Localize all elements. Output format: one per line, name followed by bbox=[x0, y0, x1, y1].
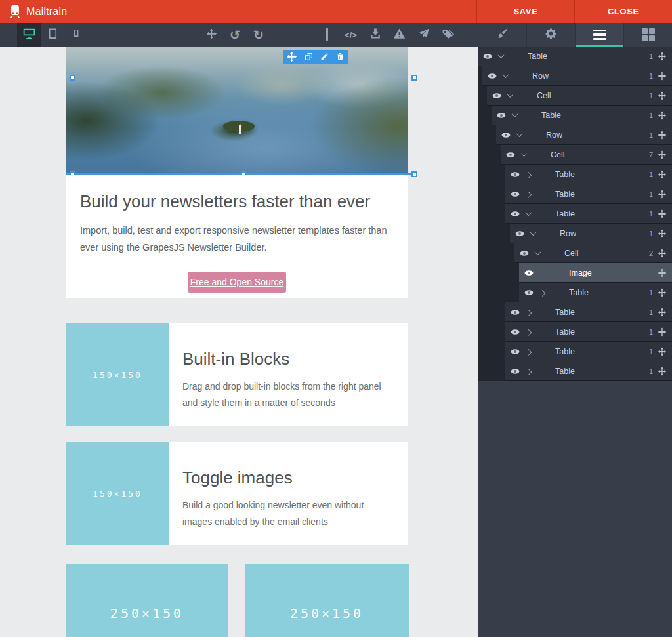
move-handle-icon[interactable] bbox=[658, 190, 667, 199]
delete-component-button[interactable] bbox=[336, 52, 345, 61]
layer-row-row[interactable]: Row1 bbox=[510, 224, 672, 243]
chevron-down-icon[interactable] bbox=[501, 73, 510, 78]
resize-handle-left[interactable] bbox=[70, 75, 75, 81]
toggle-borders-button[interactable] bbox=[314, 23, 339, 47]
eye-icon[interactable] bbox=[497, 111, 510, 120]
chevron-right-icon[interactable] bbox=[524, 310, 533, 314]
layer-row-table[interactable]: Table1 bbox=[505, 322, 672, 342]
layer-row-table[interactable]: Table1 bbox=[505, 165, 672, 184]
chevron-right-icon[interactable] bbox=[537, 290, 547, 295]
layer-row-image[interactable]: Image bbox=[519, 263, 672, 283]
eye-icon[interactable] bbox=[511, 347, 524, 356]
hero-heading[interactable]: Build your newsletters faster than ever bbox=[80, 192, 394, 212]
feature-text[interactable]: Build a good looking newsletter even wit… bbox=[182, 497, 395, 529]
layer-row-cell[interactable]: Cell2 bbox=[514, 243, 672, 263]
eye-icon[interactable] bbox=[520, 249, 533, 258]
redo-button[interactable]: ↻ bbox=[247, 23, 270, 47]
feature-heading[interactable]: Toggle images bbox=[182, 468, 395, 488]
layer-row-table[interactable]: Table1 bbox=[505, 342, 672, 361]
move-handle-icon[interactable] bbox=[658, 229, 667, 238]
open-style-button[interactable] bbox=[478, 23, 526, 47]
copy-component-button[interactable] bbox=[304, 52, 313, 61]
eye-icon[interactable] bbox=[483, 52, 496, 61]
move-handle-icon[interactable] bbox=[658, 249, 667, 258]
chevron-right-icon[interactable] bbox=[524, 349, 533, 354]
hero-image[interactable] bbox=[66, 47, 408, 175]
chevron-down-icon[interactable] bbox=[533, 251, 542, 255]
placeholder-image-250[interactable]: 250×150 bbox=[245, 564, 409, 637]
placeholder-image-150[interactable]: 150×150 bbox=[66, 442, 169, 545]
close-button[interactable]: CLOSE bbox=[574, 0, 672, 23]
feature-heading[interactable]: Built-in Blocks bbox=[182, 349, 395, 369]
chevron-down-icon[interactable] bbox=[510, 113, 519, 117]
eye-icon[interactable] bbox=[511, 367, 524, 376]
eye-icon[interactable] bbox=[511, 170, 524, 179]
warnings-button[interactable] bbox=[387, 23, 411, 47]
eye-icon[interactable] bbox=[492, 91, 505, 100]
move-handle-icon[interactable] bbox=[658, 111, 667, 120]
layer-row-table[interactable]: Table1 bbox=[519, 283, 672, 302]
layer-row-row[interactable]: Row1 bbox=[496, 125, 672, 145]
chevron-down-icon[interactable] bbox=[514, 133, 524, 137]
move-handle-icon[interactable] bbox=[658, 347, 667, 356]
import-template-button[interactable] bbox=[363, 23, 387, 47]
save-button[interactable]: SAVE bbox=[476, 0, 574, 23]
move-handle-icon[interactable] bbox=[658, 131, 667, 140]
hero-paragraph[interactable]: Import, build, test and export responsiv… bbox=[80, 222, 392, 256]
chevron-right-icon[interactable] bbox=[524, 192, 533, 196]
merge-tags-button[interactable] bbox=[436, 23, 460, 47]
move-handle-icon[interactable] bbox=[658, 268, 667, 277]
move-handle-icon[interactable] bbox=[658, 150, 667, 159]
feature-text[interactable]: Drag and drop built-in blocks from the r… bbox=[182, 379, 395, 411]
send-test-button[interactable] bbox=[411, 23, 436, 47]
move-handle-icon[interactable] bbox=[658, 308, 667, 317]
eye-icon[interactable] bbox=[511, 190, 524, 199]
view-code-button[interactable]: </> bbox=[339, 23, 363, 47]
placeholder-image-150[interactable]: 150×150 bbox=[66, 323, 169, 426]
edit-component-button[interactable] bbox=[320, 52, 329, 61]
move-handle-icon[interactable] bbox=[658, 327, 667, 337]
tablet-button[interactable] bbox=[41, 23, 64, 47]
move-handle-icon[interactable] bbox=[658, 170, 667, 179]
layer-row-cell[interactable]: Cell1 bbox=[487, 86, 672, 106]
chevron-down-icon[interactable] bbox=[528, 231, 537, 236]
eye-icon[interactable] bbox=[524, 288, 537, 297]
placeholder-image-250[interactable]: 250×150 bbox=[66, 564, 228, 637]
chevron-right-icon[interactable] bbox=[524, 172, 533, 176]
eye-icon[interactable] bbox=[511, 327, 524, 337]
open-blocks-button[interactable] bbox=[623, 23, 672, 47]
chevron-down-icon[interactable] bbox=[519, 152, 528, 157]
move-handle-icon[interactable] bbox=[658, 288, 667, 297]
undo-button[interactable]: ↺ bbox=[223, 23, 247, 47]
chevron-right-icon[interactable] bbox=[524, 329, 533, 334]
move-component-button[interactable] bbox=[286, 51, 297, 62]
chevron-down-icon[interactable] bbox=[505, 93, 514, 98]
layer-row-table[interactable]: Table1 bbox=[505, 204, 672, 224]
open-layers-button[interactable] bbox=[575, 23, 623, 47]
open-source-button[interactable]: Free and Open Source bbox=[188, 272, 286, 293]
layer-row-table[interactable]: Table1 bbox=[505, 302, 672, 322]
eye-icon[interactable] bbox=[501, 131, 514, 140]
eye-icon[interactable] bbox=[506, 150, 519, 159]
eye-icon[interactable] bbox=[511, 209, 524, 218]
move-handle-icon[interactable] bbox=[658, 209, 667, 218]
layer-row-cell[interactable]: Cell7 bbox=[501, 145, 672, 165]
drag-mode-button[interactable] bbox=[200, 23, 223, 47]
chevron-right-icon[interactable] bbox=[524, 369, 533, 373]
layer-row-table[interactable]: Table1 bbox=[505, 361, 672, 381]
layer-row-table[interactable]: Table1 bbox=[492, 106, 672, 125]
eye-icon[interactable] bbox=[511, 308, 524, 317]
move-handle-icon[interactable] bbox=[658, 91, 667, 100]
layer-row-table[interactable]: Table1 bbox=[478, 47, 672, 66]
eye-icon[interactable] bbox=[515, 229, 528, 238]
desktop-button[interactable] bbox=[17, 23, 41, 47]
chevron-down-icon[interactable] bbox=[524, 211, 533, 216]
layer-row-table[interactable]: Table1 bbox=[505, 184, 672, 204]
mobile-button[interactable] bbox=[64, 23, 88, 47]
resize-handle-bottom-right[interactable] bbox=[411, 171, 417, 177]
open-settings-button[interactable] bbox=[526, 23, 575, 47]
resize-handle-right[interactable] bbox=[411, 75, 417, 81]
eye-icon[interactable] bbox=[524, 268, 537, 277]
layer-row-row[interactable]: Row1 bbox=[482, 66, 672, 86]
move-handle-icon[interactable] bbox=[658, 52, 667, 61]
